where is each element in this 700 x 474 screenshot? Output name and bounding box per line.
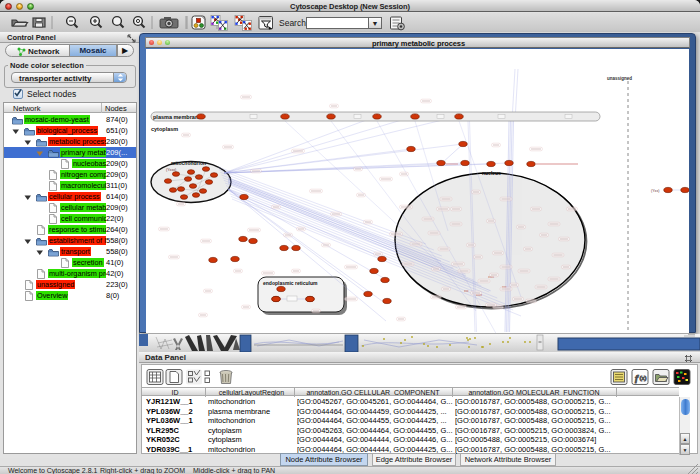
svg-text:unassigned: unassigned bbox=[607, 76, 632, 81]
svg-text:plasma membrane: plasma membrane bbox=[153, 114, 201, 120]
svg-text:(Yxxx): (Yxxx) bbox=[166, 168, 176, 172]
svg-text:nucleus: nucleus bbox=[482, 170, 501, 176]
svg-text:cytoplasm: cytoplasm bbox=[151, 126, 178, 132]
svg-text:(Yxx): (Yxx) bbox=[651, 189, 659, 193]
svg-text:mitochondrion: mitochondrion bbox=[171, 160, 206, 166]
svg-text:(x): (x) bbox=[640, 375, 647, 381]
svg-text:endoplasmic reticulum: endoplasmic reticulum bbox=[263, 280, 318, 286]
svg-text:xxx: xxx bbox=[464, 289, 469, 293]
svg-text:Search:: Search: bbox=[279, 18, 308, 28]
